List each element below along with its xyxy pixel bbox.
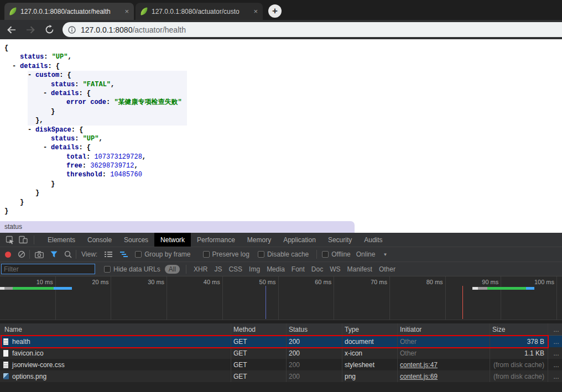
column-header-status[interactable]: Status bbox=[287, 323, 342, 335]
checkbox[interactable] bbox=[322, 251, 329, 258]
view-label: View: bbox=[81, 250, 97, 258]
filter-chip-other[interactable]: Other bbox=[379, 265, 396, 273]
checkbox[interactable] bbox=[203, 251, 210, 258]
filter-chip-img[interactable]: Img bbox=[249, 265, 260, 273]
collapse-toggle-icon[interactable]: - bbox=[28, 71, 32, 80]
show-overview-icon[interactable] bbox=[119, 251, 128, 258]
filter-chip-js[interactable]: JS bbox=[214, 265, 222, 273]
spring-leaf-favicon-icon bbox=[140, 7, 148, 15]
browser-tab-health[interactable]: 127.0.0.1:8080/actuator/health × bbox=[4, 3, 134, 20]
throttling-select[interactable]: Online bbox=[356, 250, 376, 258]
record-button[interactable] bbox=[5, 252, 11, 258]
column-header-[interactable]: ... bbox=[548, 323, 562, 335]
initiator-link[interactable]: content.js:69 bbox=[400, 373, 438, 380]
devtools-tab-network[interactable]: Network bbox=[154, 233, 191, 247]
json-line: } bbox=[0, 189, 562, 197]
device-toolbar-icon[interactable] bbox=[17, 233, 30, 247]
filter-input[interactable] bbox=[1, 264, 95, 274]
close-tab-icon[interactable]: × bbox=[253, 8, 258, 15]
devtools-tab-elements[interactable]: Elements bbox=[41, 233, 81, 247]
column-header-name[interactable]: Name bbox=[0, 323, 231, 335]
requests-table-body: healthGET200documentOther378 B...favicon… bbox=[0, 336, 562, 382]
collapse-toggle-icon[interactable]: - bbox=[43, 143, 47, 152]
status-bubble: status bbox=[0, 221, 355, 233]
status-cell: 200 bbox=[287, 347, 342, 359]
table-row-favicon-ico[interactable]: favicon.icoGET200x-iconOther1.1 KB... bbox=[0, 347, 562, 359]
column-header-initiator[interactable]: Initiator bbox=[398, 323, 490, 335]
timeline-gridline bbox=[389, 276, 390, 320]
table-row-options-png[interactable]: options.pngGET200pngcontent.js:69(from d… bbox=[0, 370, 562, 382]
column-header-type[interactable]: Type bbox=[342, 323, 398, 335]
timeline-tick-label: 100 ms bbox=[521, 279, 554, 285]
json-line: { bbox=[0, 44, 562, 53]
timeline-tick-label: 80 ms bbox=[410, 279, 443, 285]
requests-table: NameMethodStatusTypeInitiatorSize... hea… bbox=[0, 323, 562, 382]
devtools-tab-security[interactable]: Security bbox=[322, 233, 358, 247]
requests-table-header[interactable]: NameMethodStatusTypeInitiatorSize... bbox=[0, 323, 562, 336]
tab-title: 127.0.0.1:8080/actuator/custo bbox=[152, 8, 249, 15]
forward-button[interactable] bbox=[23, 23, 38, 37]
devtools-tab-performance[interactable]: Performance bbox=[191, 233, 241, 247]
reload-button[interactable] bbox=[42, 23, 56, 37]
timeline-gridline bbox=[111, 276, 111, 320]
divider bbox=[186, 265, 186, 274]
network-overview[interactable]: 10 ms20 ms30 ms40 ms50 ms60 ms70 ms80 ms… bbox=[0, 276, 562, 323]
back-button[interactable] bbox=[4, 23, 19, 37]
checkbox[interactable] bbox=[104, 266, 111, 273]
filter-chip-font[interactable]: Font bbox=[292, 265, 305, 273]
json-token: , bbox=[134, 162, 138, 170]
timeline-gridline bbox=[445, 276, 446, 320]
devtools-tab-application[interactable]: Application bbox=[277, 233, 322, 247]
devtools-tab-sources[interactable]: Sources bbox=[118, 233, 154, 247]
table-row-jsonview-core-css[interactable]: jsonview-core.cssGET200stylesheetcontent… bbox=[0, 359, 562, 370]
document-icon bbox=[3, 338, 8, 345]
network-filter-bar: Hide data URLs AllXHRJSCSSImgMediaFontDo… bbox=[0, 262, 562, 276]
filter-chip-doc[interactable]: Doc bbox=[311, 265, 323, 273]
json-token: { bbox=[4, 44, 8, 52]
chevron-down-icon[interactable]: ▼ bbox=[383, 252, 387, 257]
column-header-size[interactable]: Size bbox=[490, 323, 548, 335]
capture-screenshots-icon[interactable] bbox=[35, 251, 44, 258]
large-rows-icon[interactable] bbox=[104, 251, 113, 258]
checkbox[interactable] bbox=[258, 251, 264, 258]
initiator-cell: Other bbox=[398, 336, 490, 347]
collapse-toggle-icon[interactable]: - bbox=[43, 89, 47, 98]
filter-icon[interactable] bbox=[50, 251, 58, 258]
devtools-tab-audits[interactable]: Audits bbox=[358, 233, 388, 247]
checkbox[interactable] bbox=[135, 251, 142, 258]
method-cell: GET bbox=[231, 359, 287, 370]
filter-chip-media[interactable]: Media bbox=[267, 265, 285, 273]
json-token: } bbox=[51, 108, 55, 116]
group-by-frame-checkbox[interactable]: Group by frame bbox=[135, 250, 190, 258]
json-token: : { bbox=[79, 144, 91, 151]
initiator-link[interactable]: content.js:47 bbox=[400, 361, 438, 369]
close-tab-icon[interactable]: × bbox=[124, 8, 129, 15]
hide-data-urls-checkbox[interactable]: Hide data URLs bbox=[104, 265, 160, 273]
table-row-health[interactable]: healthGET200documentOther378 B... bbox=[0, 336, 562, 347]
devtools-tab-bar-tabs: ElementsConsoleSourcesNetworkPerformance… bbox=[41, 233, 389, 247]
address-bar[interactable]: 127.0.0.1:8080/actuator/health bbox=[63, 22, 562, 37]
filter-chip-xhr[interactable]: XHR bbox=[194, 265, 207, 273]
bar-segment bbox=[0, 287, 4, 290]
preserve-log-checkbox[interactable]: Preserve log bbox=[203, 250, 249, 258]
page-icon bbox=[3, 350, 8, 357]
filter-chip-ws[interactable]: WS bbox=[330, 265, 340, 273]
filter-chip-css[interactable]: CSS bbox=[228, 265, 242, 273]
json-token: details bbox=[20, 62, 48, 70]
clear-button[interactable] bbox=[18, 250, 25, 258]
disable-cache-checkbox[interactable]: Disable cache bbox=[258, 250, 309, 258]
devtools-tab-console[interactable]: Console bbox=[81, 233, 118, 247]
search-icon[interactable] bbox=[64, 250, 72, 258]
devtools-tab-memory[interactable]: Memory bbox=[241, 233, 277, 247]
collapse-toggle-icon[interactable]: - bbox=[12, 62, 16, 71]
column-header-method[interactable]: Method bbox=[231, 323, 287, 335]
filter-chip-all[interactable]: All bbox=[165, 265, 180, 274]
browser-tab-custom[interactable]: 127.0.0.1:8080/actuator/custo × bbox=[136, 3, 263, 20]
tab-title: 127.0.0.1:8080/actuator/health bbox=[20, 8, 121, 15]
offline-checkbox[interactable]: Offline bbox=[322, 250, 350, 258]
collapse-toggle-icon[interactable]: - bbox=[28, 126, 32, 134]
inspect-element-icon[interactable] bbox=[3, 233, 17, 247]
info-icon[interactable] bbox=[68, 26, 76, 34]
filter-chip-manifest[interactable]: Manifest bbox=[347, 265, 372, 273]
new-tab-button[interactable]: + bbox=[268, 4, 282, 18]
